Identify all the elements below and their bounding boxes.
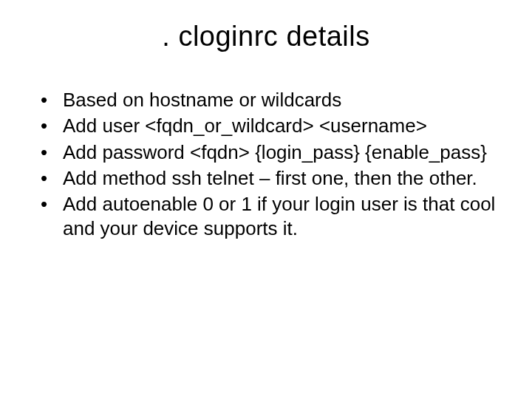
bullet-icon: • [41, 114, 47, 138]
bullet-text: Add autoenable 0 or 1 if your login user… [63, 193, 495, 239]
bullet-text: Add method ssh telnet – first one, then … [63, 167, 477, 189]
bullet-list: • Based on hostname or wildcards • Add u… [33, 88, 499, 242]
list-item: • Based on hostname or wildcards [33, 88, 499, 112]
list-item: • Add user <fqdn_or_wildcard> <username> [33, 114, 499, 138]
list-item: • Add password <fqdn> {login_pass} {enab… [33, 140, 499, 165]
bullet-icon: • [41, 166, 47, 191]
bullet-text: Based on hostname or wildcards [63, 89, 341, 111]
bullet-text: Add user <fqdn_or_wildcard> <username> [63, 115, 427, 137]
list-item: • Add method ssh telnet – first one, the… [33, 166, 499, 191]
bullet-icon: • [41, 192, 47, 216]
list-item: • Add autoenable 0 or 1 if your login us… [33, 192, 499, 242]
bullet-icon: • [41, 140, 47, 165]
bullet-icon: • [41, 88, 47, 112]
bullet-text: Add password <fqdn> {login_pass} {enable… [63, 141, 487, 163]
slide-title: . cloginrc details [33, 21, 499, 52]
